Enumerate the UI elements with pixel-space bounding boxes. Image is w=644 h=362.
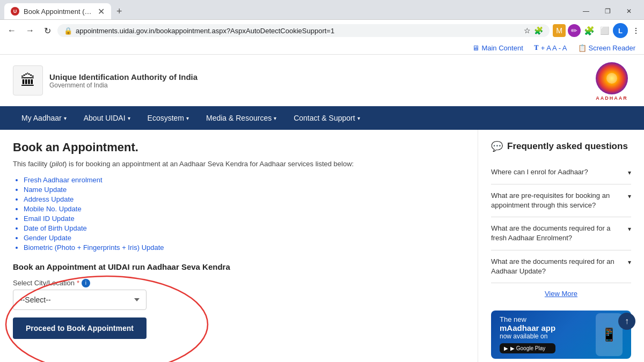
list-item[interactable]: Email ID Update [24, 215, 465, 223]
faq-item-4[interactable]: What are the documents required for an A… [491, 250, 631, 283]
back-button[interactable]: ← [4, 25, 19, 36]
main-content-link[interactable]: 🖥 Main Content [472, 44, 523, 52]
faq-icon: 💬 [491, 141, 503, 152]
text-size-label: + A A - A [541, 44, 567, 52]
faq-item-1[interactable]: Where can I enrol for Aadhaar? ▾ [491, 161, 631, 184]
faq-question-4: What are the documents required for an A… [491, 257, 631, 276]
banner-app-name: mAadhaar app [500, 323, 555, 333]
faq-title: 💬 Frequently asked questions [491, 141, 631, 152]
org-sub: Government of India [49, 82, 197, 89]
tab-bar: U Book Appointment (Beta) ✕ + — ❐ ✕ [0, 0, 644, 19]
address-bar[interactable]: 🔒 appointments.uidai.gov.in/bookappointm… [57, 24, 550, 37]
window-controls: — ❐ ✕ [575, 3, 644, 19]
nav-ecosystem[interactable]: Ecosystem ▾ [139, 106, 197, 130]
chevron-down-icon: ▾ [628, 225, 631, 234]
new-tab-button[interactable]: + [111, 4, 128, 19]
nav-media-resources[interactable]: Media & Resources ▾ [197, 106, 285, 130]
monitor-icon: 🖥 [472, 44, 479, 52]
nav-about-uidai[interactable]: About UIDAI ▾ [75, 106, 139, 130]
browser-menu-button[interactable]: ⋮ [632, 26, 640, 35]
section-title: Book an Appointment at UIDAI run Aadhaar… [13, 262, 465, 271]
play-store-icon: ▶ [504, 345, 508, 351]
chevron-down-icon: ▾ [357, 115, 360, 121]
chevron-down-icon: ▾ [628, 192, 631, 201]
refresh-button[interactable]: ↻ [41, 25, 54, 37]
nav-contact-support[interactable]: Contact & Support ▾ [285, 106, 368, 130]
services-list: Fresh Aadhaar enrolment Name Update Addr… [13, 176, 465, 252]
text-size-control[interactable]: 𝐓 + A A - A [534, 43, 567, 52]
user-avatar[interactable]: L [613, 23, 628, 38]
lock-icon: 🔒 [64, 27, 72, 35]
star-icon[interactable]: ☆ [524, 26, 531, 35]
tab-title: Book Appointment (Beta) [24, 8, 93, 16]
list-item[interactable]: Biometric (Photo + Fingerprints + Iris) … [24, 243, 465, 252]
chevron-down-icon: ▾ [128, 115, 130, 121]
ext-icon-1[interactable]: M [553, 24, 566, 37]
chevron-down-icon: ▾ [628, 258, 631, 267]
view-more-link[interactable]: View More [491, 283, 631, 304]
screen-reader-label: Screen Reader [589, 44, 635, 52]
nav-my-aadhaar[interactable]: My Aadhaar ▾ [13, 106, 75, 130]
text-size-icon: 𝐓 [534, 43, 539, 52]
forward-button[interactable]: → [23, 25, 38, 36]
page-description: This facility (pilot) is for booking an … [13, 159, 465, 169]
close-button[interactable]: ✕ [618, 3, 640, 19]
accessibility-bar: 🖥 Main Content 𝐓 + A A - A 📋 Screen Read… [0, 41, 644, 55]
play-store-button[interactable]: ▶ ▶ Google Play [500, 343, 555, 353]
banner-subtitle: now available on [500, 333, 555, 340]
scroll-up-button[interactable]: ↑ [618, 313, 635, 330]
main-nav: My Aadhaar ▾ About UIDAI ▾ Ecosystem ▾ M… [0, 106, 644, 130]
tab-favicon: U [11, 7, 19, 16]
site-header: 🏛 Unique Identification Authority of Ind… [0, 55, 644, 106]
banner-text: The new mAadhaar app now available on ▶ … [500, 315, 555, 353]
org-name: Unique Identification Authority of India [49, 72, 197, 82]
extension-icons: M ✏ 🧩 ⬜ L ⋮ [553, 23, 640, 38]
screen-reader-icon: 📋 [578, 44, 587, 52]
ext-icon-3[interactable]: 🧩 [583, 24, 596, 37]
faq-question-2: What are pre-requisites for booking an a… [491, 191, 631, 210]
org-info: Unique Identification Authority of India… [49, 72, 197, 89]
browser-chrome: U Book Appointment (Beta) ✕ + — ❐ ✕ ← → … [0, 0, 644, 41]
faq-item-3[interactable]: What are the documents required for a fr… [491, 217, 631, 250]
aadhaar-logo: AADHAAR [592, 61, 631, 100]
govt-emblem: 🏛 [13, 65, 43, 95]
city-form-group: Select City/Location * i --Select-- [13, 279, 147, 310]
faq-item-2[interactable]: What are pre-requisites for booking an a… [491, 184, 631, 217]
chevron-down-icon: ▾ [628, 168, 631, 178]
active-tab[interactable]: U Book Appointment (Beta) ✕ [4, 3, 111, 19]
screen-reader-link[interactable]: 📋 Screen Reader [578, 44, 635, 52]
list-item[interactable]: Name Update [24, 186, 465, 194]
main-content-label: Main Content [481, 44, 523, 52]
chevron-down-icon: ▾ [64, 115, 67, 121]
proceed-form-group: Proceed to Book Appointment [13, 317, 147, 339]
website-wrapper: 🖥 Main Content 𝐓 + A A - A 📋 Screen Read… [0, 41, 644, 362]
svg-text:AADHAAR: AADHAAR [596, 95, 628, 100]
content-left: Book an Appointment. This facility (pilo… [0, 130, 478, 362]
maximize-button[interactable]: ❐ [597, 3, 618, 19]
list-item[interactable]: Fresh Aadhaar enrolment [24, 176, 465, 184]
svg-point-1 [606, 73, 617, 84]
booking-form-section: Book an Appointment at UIDAI run Aadhaar… [13, 262, 465, 346]
info-icon[interactable]: i [82, 279, 90, 287]
faq-question-3: What are the documents required for a fr… [491, 224, 631, 243]
ext-icon-4[interactable]: ⬜ [598, 24, 611, 37]
list-item[interactable]: Gender Update [24, 234, 465, 242]
chevron-down-icon: ▾ [186, 115, 189, 121]
address-icons: ☆ 🧩 [524, 26, 543, 35]
page-title: Book an Appointment. [13, 141, 465, 154]
list-item[interactable]: Date of Birth Update [24, 224, 465, 232]
aadhaar-logo-svg: AADHAAR [592, 61, 631, 100]
city-select[interactable]: --Select-- [13, 290, 147, 310]
logo-area: 🏛 Unique Identification Authority of Ind… [13, 65, 197, 95]
list-item[interactable]: Address Update [24, 195, 465, 203]
maadhar-banner: The new mAadhaar app now available on ▶ … [491, 311, 631, 359]
city-label: Select City/Location * i [13, 279, 147, 287]
ext-icon-2[interactable]: ✏ [568, 24, 581, 37]
address-bar-row: ← → ↻ 🔒 appointments.uidai.gov.in/bookap… [0, 19, 644, 41]
minimize-button[interactable]: — [575, 3, 597, 19]
proceed-button[interactable]: Proceed to Book Appointment [13, 317, 147, 339]
faq-question-1: Where can I enrol for Aadhaar? ▾ [491, 167, 631, 178]
extension-icon-1[interactable]: 🧩 [534, 26, 543, 35]
tab-close-button[interactable]: ✕ [98, 6, 105, 17]
list-item[interactable]: Mobile No. Update [24, 205, 465, 213]
